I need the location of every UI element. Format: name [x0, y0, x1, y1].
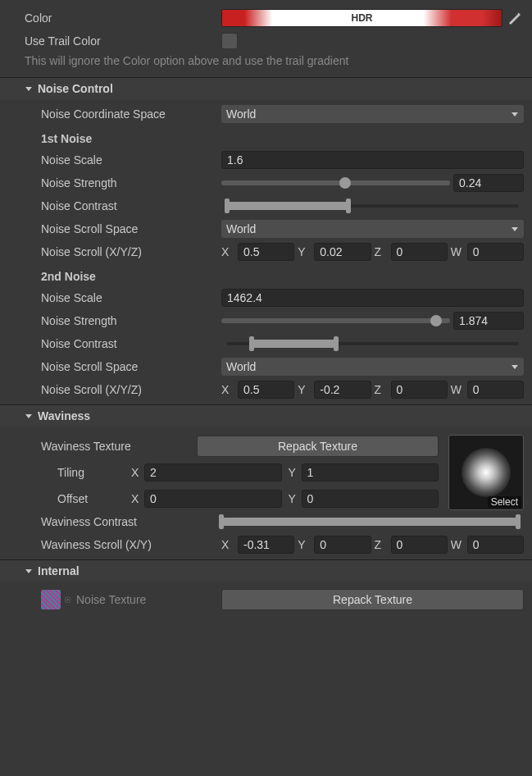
noise1-heading: 1st Noise [0, 126, 532, 148]
noise1-scroll-y-input[interactable]: 0.02 [314, 243, 371, 261]
axis-z-label: Z [375, 538, 388, 551]
noise2-strength-label: Noise Strength [41, 314, 221, 327]
chevron-down-icon [511, 363, 519, 371]
eyedropper-icon[interactable] [506, 9, 524, 27]
noise1-strength-input[interactable]: 0.24 [453, 174, 524, 192]
noise2-scroll-label: Noise Scroll (X/Y/Z) [41, 383, 221, 396]
noise1-strength-slider[interactable] [221, 180, 450, 185]
noise2-contrast-range[interactable] [221, 335, 524, 353]
waviness-scroll-z-input[interactable]: 0 [391, 536, 448, 554]
axis-x-label: X [221, 245, 234, 258]
internal-repack-button[interactable]: Repack Texture [221, 589, 524, 610]
noise1-scroll-space-label: Noise Scroll Space [41, 222, 221, 235]
noise-control-header[interactable]: Noise Control [0, 77, 532, 99]
axis-y-label: Y [298, 245, 311, 258]
tiling-label: Tiling [57, 466, 131, 479]
axis-z-label: Z [375, 383, 388, 396]
noise2-strength-slider[interactable] [221, 318, 450, 323]
texture-spot-icon [462, 448, 511, 497]
axis-x-label: X [221, 538, 234, 551]
offset-x-input[interactable]: 0 [144, 490, 282, 508]
noise2-scroll-space-dropdown[interactable]: World [221, 358, 524, 376]
waviness-texture-label: Waviness Texture [41, 440, 197, 453]
noise-texture-label: Noise Texture [76, 593, 146, 606]
axis-w-label: W [451, 538, 464, 551]
noise1-scroll-space-dropdown[interactable]: World [221, 220, 524, 238]
foldout-down-icon [25, 412, 33, 420]
axis-x-label: X [131, 466, 144, 479]
chevron-down-icon [511, 225, 519, 233]
waviness-header[interactable]: Waviness [0, 404, 532, 427]
offset-y-input[interactable]: 0 [302, 490, 439, 508]
noise1-scroll-label: Noise Scroll (X/Y/Z) [41, 245, 221, 258]
color-label: Color [25, 11, 221, 25]
noise1-contrast-label: Noise Contrast [41, 199, 221, 212]
axis-z-label: Z [375, 245, 388, 258]
noise2-scroll-y-input[interactable]: -0.2 [314, 381, 371, 399]
axis-y-label: Y [289, 492, 302, 505]
noise1-contrast-range[interactable] [221, 197, 524, 215]
noise-coord-space-label: Noise Coordinate Space [41, 107, 221, 121]
waviness-contrast-range[interactable] [221, 513, 524, 531]
axis-y-label: Y [298, 383, 311, 396]
use-trail-color-hint: This will ignore the Color option above … [0, 52, 532, 74]
noise1-scroll-x-input[interactable]: 0.5 [238, 243, 294, 261]
override-icon: ☉ [64, 596, 71, 605]
use-trail-color-checkbox[interactable] [221, 33, 238, 49]
axis-x-label: X [221, 383, 234, 396]
axis-w-label: W [451, 383, 464, 396]
noise2-scroll-x-input[interactable]: 0.5 [238, 381, 294, 399]
chevron-down-icon [511, 110, 519, 118]
noise1-scroll-z-input[interactable]: 0 [391, 243, 448, 261]
noise2-scroll-w-input[interactable]: 0 [467, 381, 524, 399]
noise2-scroll-space-label: Noise Scroll Space [41, 360, 221, 373]
use-trail-color-label: Use Trail Color [25, 34, 221, 48]
foldout-down-icon [25, 567, 33, 575]
waviness-scroll-w-input[interactable]: 0 [467, 536, 524, 554]
noise2-scroll-z-input[interactable]: 0 [391, 381, 448, 399]
noise2-strength-input[interactable]: 1.874 [453, 312, 524, 330]
axis-y-label: Y [298, 538, 311, 551]
offset-label: Offset [57, 492, 131, 505]
axis-x-label: X [131, 492, 144, 505]
waviness-scroll-label: Waviness Scroll (X/Y) [41, 538, 221, 551]
waviness-contrast-label: Waviness Contrast [41, 515, 221, 528]
color-gradient-field[interactable]: HDR [221, 9, 502, 27]
waviness-repack-button[interactable]: Repack Texture [197, 436, 439, 457]
noise1-scale-label: Noise Scale [41, 153, 221, 167]
foldout-down-icon [25, 84, 33, 93]
noise1-scale-input[interactable]: 1.6 [221, 151, 524, 169]
noise2-heading: 2nd Noise [0, 263, 532, 286]
noise-coord-space-dropdown[interactable]: World [221, 105, 524, 123]
noise2-scale-label: Noise Scale [41, 291, 221, 304]
noise2-scale-input[interactable]: 1462.4 [221, 289, 524, 307]
noise1-strength-label: Noise Strength [41, 176, 221, 189]
hdr-badge: HDR [352, 12, 373, 24]
noise1-scroll-w-input[interactable]: 0 [467, 243, 524, 261]
tiling-y-input[interactable]: 1 [302, 463, 439, 482]
waviness-texture-preview[interactable]: Select [448, 435, 524, 510]
internal-header[interactable]: Internal [0, 559, 532, 582]
noise2-contrast-label: Noise Contrast [41, 337, 221, 350]
noise-texture-thumbnail[interactable] [41, 590, 61, 609]
waviness-scroll-y-input[interactable]: 0 [314, 536, 371, 554]
axis-y-label: Y [289, 466, 302, 479]
tiling-x-input[interactable]: 2 [144, 463, 282, 482]
waviness-scroll-x-input[interactable]: -0.31 [238, 536, 294, 554]
texture-select-button[interactable]: Select [488, 496, 521, 508]
axis-w-label: W [451, 245, 464, 258]
